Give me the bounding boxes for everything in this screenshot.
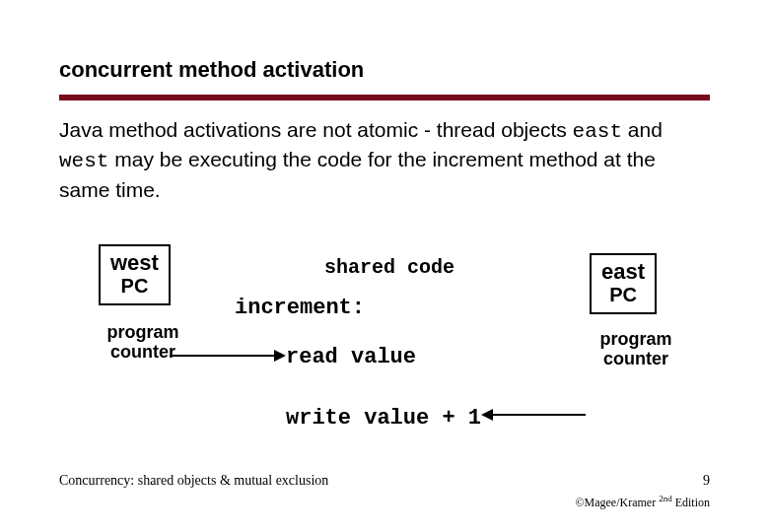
footer-citation: ©Magee/Kramer 2nd Edition <box>575 494 710 510</box>
east-arrow-line <box>493 414 586 416</box>
west-cap-2: counter <box>110 342 175 362</box>
west-arrow-head-icon <box>274 350 286 362</box>
page-number: 9 <box>703 473 710 489</box>
read-value-label: read value <box>286 345 562 369</box>
west-pc-box: west PC <box>99 244 171 305</box>
body-text-2: and <box>622 118 663 141</box>
east-pc-box: east PC <box>590 253 657 314</box>
west-label: west <box>110 250 159 275</box>
slide: concurrent method activation Java method… <box>0 0 769 532</box>
cite-sup: 2nd <box>659 494 672 503</box>
west-arrow-line <box>170 355 274 357</box>
east-cap-1: program <box>599 329 671 349</box>
slide-title: concurrent method activation <box>59 57 364 83</box>
east-arrow-head-icon <box>481 409 493 421</box>
footer-left: Concurrency: shared objects & mutual exc… <box>59 473 328 489</box>
write-value-label: write value + 1 <box>286 406 562 431</box>
east-pc-sub: PC <box>601 284 645 306</box>
increment-label: increment: <box>235 296 511 320</box>
west-cap-1: program <box>106 322 178 342</box>
body-text-3: may be executing the code for the increm… <box>59 148 656 200</box>
body-text-1: Java method activations are not atomic -… <box>59 118 573 141</box>
east-label: east <box>601 259 645 284</box>
cite-post: Edition <box>672 496 710 509</box>
east-cap-2: counter <box>603 349 668 368</box>
code-east: east <box>573 120 622 143</box>
west-pc-sub: PC <box>110 275 159 298</box>
code-west: west <box>59 150 108 172</box>
body-paragraph: Java method activations are not atomic -… <box>59 116 700 204</box>
title-rule <box>59 95 710 100</box>
cite-pre: ©Magee/Kramer <box>575 496 659 509</box>
shared-code-label: shared code <box>251 256 527 279</box>
east-caption: program counter <box>596 330 675 369</box>
